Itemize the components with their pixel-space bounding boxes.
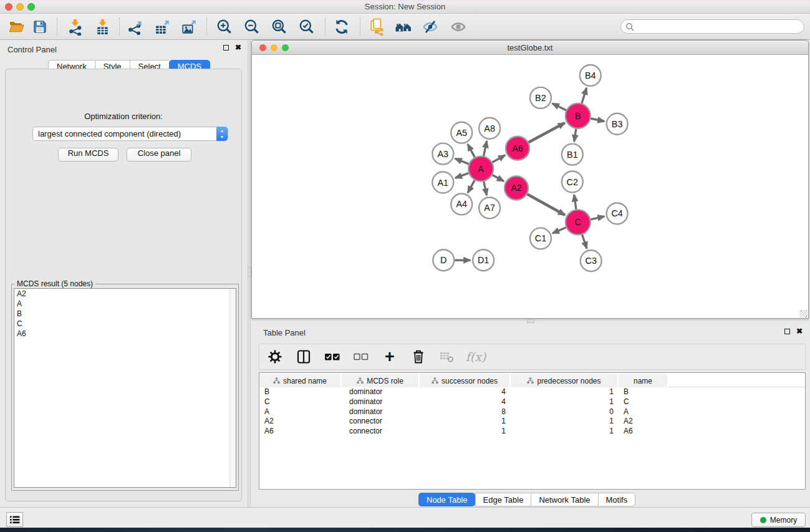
graph-node-A8[interactable]: A8 bbox=[479, 118, 500, 139]
tab-network-table[interactable]: Network Table bbox=[531, 493, 597, 506]
graph-node-C4[interactable]: C4 bbox=[607, 203, 628, 224]
column-header-name[interactable]: name bbox=[619, 374, 668, 387]
graph-edge[interactable] bbox=[492, 155, 505, 162]
table-row[interactable]: Cdominator41C bbox=[259, 397, 805, 407]
graph-node-B1[interactable]: B1 bbox=[562, 144, 583, 165]
export-image-button[interactable] bbox=[178, 16, 200, 37]
graph-edge[interactable] bbox=[582, 88, 587, 104]
table-row[interactable]: Bdominator41B bbox=[259, 387, 805, 397]
graph-edge[interactable] bbox=[529, 123, 565, 142]
graph-node-A7[interactable]: A7 bbox=[479, 197, 500, 218]
graph-edge[interactable] bbox=[493, 175, 504, 181]
graph-node-A2[interactable]: A2 bbox=[504, 177, 528, 200]
graph-node-C[interactable]: C bbox=[566, 210, 591, 235]
zoom-in-button[interactable] bbox=[214, 16, 235, 37]
table-cell[interactable]: 1 bbox=[511, 427, 619, 437]
hide-graphics-details-button[interactable] bbox=[420, 16, 441, 37]
graph-node-A3[interactable]: A3 bbox=[432, 143, 453, 165]
show-column-button[interactable] bbox=[294, 347, 313, 366]
close-panel-icon[interactable]: ✖ bbox=[235, 45, 241, 51]
graph-edge[interactable] bbox=[574, 195, 576, 209]
graph-edge[interactable] bbox=[468, 180, 475, 193]
table-cell[interactable]: A6 bbox=[259, 427, 342, 437]
memory-button[interactable]: Memory bbox=[751, 513, 806, 527]
table-cell[interactable]: connector bbox=[342, 427, 420, 437]
tab-edge-table[interactable]: Edge Table bbox=[475, 493, 531, 506]
table-cell[interactable]: dominator bbox=[342, 407, 420, 417]
delete-column-button[interactable] bbox=[409, 347, 428, 366]
mcds-result-item[interactable]: B bbox=[14, 309, 236, 319]
node-table[interactable]: shared nameMCDS rolesuccessor nodesprede… bbox=[259, 372, 806, 490]
graph-edge[interactable] bbox=[582, 235, 587, 248]
import-table-button[interactable] bbox=[92, 16, 113, 37]
close-panel-button[interactable]: Close panel bbox=[127, 148, 191, 162]
network-graph[interactable]: B4B2BB3A5A8A6B1A3AA1C2A2A4A7C4CC1DD1C3 bbox=[253, 56, 808, 318]
table-cell[interactable]: A2 bbox=[259, 417, 342, 427]
graph-node-D1[interactable]: D1 bbox=[473, 249, 494, 271]
table-cell[interactable]: B bbox=[619, 387, 668, 397]
graph-edge[interactable] bbox=[484, 141, 487, 156]
home-button[interactable] bbox=[393, 16, 414, 37]
graph-node-A6[interactable]: A6 bbox=[506, 137, 529, 160]
close-table-panel-icon[interactable]: ✖ bbox=[796, 329, 803, 334]
table-row[interactable]: A6connector11A6 bbox=[259, 427, 805, 437]
show-graphics-details-button[interactable] bbox=[448, 16, 469, 37]
table-cell[interactable]: C bbox=[619, 397, 668, 407]
graph-node-A5[interactable]: A5 bbox=[451, 122, 472, 143]
zoom-out-button[interactable] bbox=[241, 16, 263, 37]
import-network-button[interactable] bbox=[64, 16, 85, 37]
zoom-fit-button[interactable] bbox=[269, 16, 290, 37]
table-row[interactable]: A2connector11A2 bbox=[259, 417, 805, 427]
graph-edge[interactable] bbox=[591, 118, 604, 122]
table-cell[interactable]: A bbox=[259, 407, 342, 417]
export-network-button[interactable] bbox=[125, 16, 146, 37]
column-header-successor-nodes[interactable]: successor nodes bbox=[420, 374, 511, 387]
refresh-view-button[interactable] bbox=[331, 16, 352, 37]
table-cell[interactable]: 1 bbox=[420, 427, 511, 437]
graph-edge[interactable] bbox=[455, 158, 469, 164]
table-cell[interactable]: A2 bbox=[619, 417, 668, 427]
table-cell[interactable]: 1 bbox=[511, 387, 619, 397]
table-cell[interactable]: connector bbox=[342, 417, 420, 427]
graph-node-A4[interactable]: A4 bbox=[451, 193, 472, 215]
mcds-result-item[interactable]: C bbox=[14, 319, 236, 329]
table-cell[interactable]: 1 bbox=[511, 397, 619, 407]
graph-edge[interactable] bbox=[527, 194, 564, 215]
table-cell[interactable]: 0 bbox=[511, 407, 619, 417]
table-row[interactable]: Adominator80A bbox=[259, 407, 805, 417]
network-window-titlebar[interactable]: testGlobe.txt bbox=[252, 41, 808, 55]
column-header-shared-name[interactable]: shared name bbox=[259, 374, 342, 387]
graph-node-B2[interactable]: B2 bbox=[530, 87, 551, 109]
search-input[interactable] bbox=[620, 19, 804, 34]
tab-motifs[interactable]: Motifs bbox=[598, 493, 636, 506]
table-cell[interactable]: B bbox=[259, 387, 342, 397]
column-header-MCDS-role[interactable]: MCDS role bbox=[342, 374, 420, 387]
graph-node-C3[interactable]: C3 bbox=[581, 250, 602, 271]
new-network-from-file-button[interactable] bbox=[367, 16, 388, 37]
deselect-all-button[interactable] bbox=[352, 347, 370, 366]
table-cell[interactable]: dominator bbox=[342, 387, 420, 397]
horizontal-splitter-handle[interactable] bbox=[527, 319, 534, 323]
window-resize-grip[interactable] bbox=[800, 310, 808, 317]
graph-node-A[interactable]: A bbox=[468, 157, 493, 181]
export-table-button[interactable] bbox=[152, 16, 173, 37]
graph-node-C1[interactable]: C1 bbox=[530, 228, 551, 249]
table-settings-button[interactable] bbox=[266, 347, 284, 366]
mcds-result-item[interactable]: A6 bbox=[14, 329, 236, 339]
table-cell[interactable]: A bbox=[619, 407, 668, 417]
graph-node-B3[interactable]: B3 bbox=[607, 114, 628, 135]
run-mcds-button[interactable]: Run MCDS bbox=[58, 148, 118, 162]
mcds-result-list[interactable]: A2ABCA6 bbox=[14, 288, 236, 488]
graph-node-C2[interactable]: C2 bbox=[562, 172, 583, 193]
optimization-criterion-dropdown[interactable]: largest connected component (directed) ▲… bbox=[32, 127, 228, 141]
network-canvas[interactable]: B4B2BB3A5A8A6B1A3AA1C2A2A4A7C4CC1DD1C3 bbox=[253, 56, 808, 318]
mcds-result-item[interactable]: A bbox=[14, 299, 236, 309]
graph-node-D[interactable]: D bbox=[433, 249, 454, 271]
graph-edge[interactable] bbox=[455, 173, 468, 178]
graph-edge[interactable] bbox=[591, 216, 604, 220]
graph-edge[interactable] bbox=[552, 104, 566, 110]
graph-node-B4[interactable]: B4 bbox=[580, 65, 601, 86]
table-cell[interactable]: 4 bbox=[420, 397, 511, 407]
graph-edge[interactable] bbox=[468, 144, 475, 157]
table-cell[interactable]: A6 bbox=[619, 427, 668, 437]
